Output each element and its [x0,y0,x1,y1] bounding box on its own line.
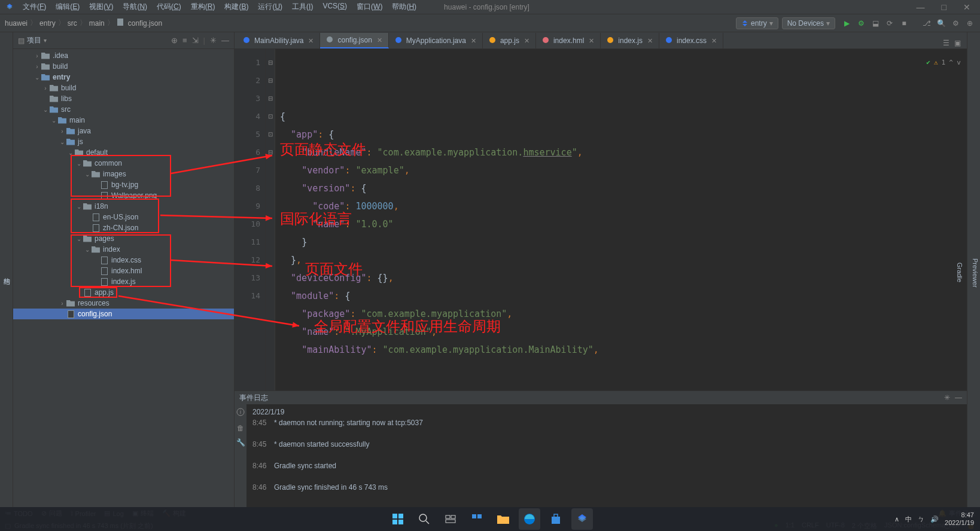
tree-images[interactable]: ⌄images [13,169,234,179]
close-tab-icon[interactable]: ✕ [711,37,717,45]
tray-volume-icon[interactable]: 🔊 [930,515,939,523]
widgets-button[interactable] [466,508,488,530]
gutter-structure[interactable]: 结构 [1,269,13,276]
close-tab-icon[interactable]: ✕ [524,37,529,45]
tree-i18n[interactable]: ⌄i18n [13,201,234,212]
device-dropdown[interactable]: No Devices ▾ [782,17,835,29]
tab-index.js[interactable]: index.js✕ [601,33,659,48]
menu-编辑[interactable]: 编辑(E) [52,1,83,13]
tab-index.css[interactable]: index.css✕ [659,33,723,48]
tree-index.js[interactable]: index.js [13,276,234,287]
hide-icon[interactable]: — [221,36,229,45]
git-button[interactable]: ⎇ [921,18,932,29]
windows-taskbar[interactable]: ∧ 中 ㄅ 🔊 8:47 2022/1/19 [0,507,980,531]
updates-icon[interactable]: ⊕ [964,18,975,29]
editor-view-list-icon[interactable]: ☰ [942,38,951,48]
tab-index.hml[interactable]: index.hml✕ [536,33,601,48]
tray-ime-icon[interactable]: 中 [905,515,912,524]
close-tab-icon[interactable]: ✕ [647,37,653,45]
tree-src[interactable]: ⌄src [13,104,234,115]
menu-视图[interactable]: 视图(V) [86,1,117,13]
tree-en-US.json[interactable]: en-US.json [13,212,234,222]
store-button[interactable] [545,508,567,530]
minimize-button[interactable]: — [912,1,930,13]
search-icon[interactable]: 🔍 [936,18,946,29]
tree-Wallpaper.png[interactable]: Wallpaper.png [13,190,234,201]
stop-button[interactable]: ■ [899,18,909,29]
tree-main[interactable]: ⌄main [13,115,234,126]
menu-导航[interactable]: 导航(N) [119,1,151,13]
task-view-button[interactable] [440,508,461,530]
tree-default[interactable]: ⌄default [13,147,234,158]
maximize-button[interactable]: □ [937,1,951,13]
run-config-dropdown[interactable]: entry ▾ [736,17,778,29]
run-button[interactable]: ▶ [841,18,852,29]
tree-config.json[interactable]: config.json [13,309,234,319]
tray-chevron-icon[interactable]: ∧ [894,515,899,523]
crumb-main[interactable]: main [89,19,105,28]
tree-.idea[interactable]: ›.idea [13,50,234,61]
tab-MainAbility.java[interactable]: MainAbility.java✕ [237,33,320,48]
log-info-icon[interactable]: i [236,408,245,418]
tree-pages[interactable]: ⌄pages [13,233,234,244]
close-tab-icon[interactable]: ✕ [308,37,314,45]
editor-view-preview-icon[interactable]: ▣ [953,38,962,48]
tab-app.js[interactable]: app.js✕ [483,33,536,48]
tree-zh-CN.json[interactable]: zh-CN.json [13,222,234,233]
close-tab-icon[interactable]: ✕ [377,36,382,44]
menu-运行[interactable]: 运行(U) [254,1,286,13]
taskbar-clock[interactable]: 8:47 2022/1/19 [945,511,974,527]
profile-button[interactable]: ⟳ [884,18,895,29]
menu-窗口[interactable]: 窗口(W) [353,1,386,13]
menu-代码[interactable]: 代码(C) [153,1,185,13]
tab-MyApplication.java[interactable]: MyApplication.java✕ [389,33,483,48]
gutter-previewer[interactable]: Previewer [970,255,980,291]
tree-resources[interactable]: ›resources [13,298,234,309]
project-tree[interactable]: ›.idea›build⌄entry›buildlibs⌄src⌄main›ja… [13,49,234,507]
close-button[interactable]: ✕ [958,1,975,13]
log-wrench-icon[interactable]: 🔧 [236,438,245,447]
devstudio-button[interactable] [571,508,593,530]
fold-gutter[interactable]: ⊟⊟⊟⊡⊡⊟ [266,49,275,390]
tree-bg-tv.jpg[interactable]: bg-tv.jpg [13,179,234,190]
explorer-button[interactable] [492,508,514,530]
tab-config.json[interactable]: config.json✕ [320,33,388,48]
settings-icon[interactable]: ⚙ [950,18,961,29]
search-button[interactable] [413,508,435,530]
log-hide-icon[interactable]: — [955,393,962,402]
tree-index[interactable]: ⌄index [13,244,234,255]
expand-icon[interactable]: ≡ [182,36,187,45]
crumb-config.json[interactable]: config.json [128,19,162,28]
menu-构建[interactable]: 构建(B) [221,1,252,13]
start-button[interactable] [387,508,409,530]
log-settings-icon[interactable]: ✳ [944,393,950,402]
debug-button[interactable]: ⚙ [856,18,866,29]
tree-index.css[interactable]: index.css [13,255,234,266]
close-tab-icon[interactable]: ✕ [589,37,594,45]
menu-重构[interactable]: 重构(R) [187,1,219,13]
crumb-entry[interactable]: entry [39,19,56,28]
tree-app.js[interactable]: app.js [13,287,234,298]
tree-java[interactable]: ›java [13,126,234,136]
crumb-src[interactable]: src [68,19,77,28]
crumb-huawei[interactable]: huawei [5,19,28,28]
locate-icon[interactable]: ⊕ [171,36,178,45]
tree-common[interactable]: ⌄common [13,158,234,169]
tree-entry[interactable]: ⌄entry [13,72,234,83]
tree-build[interactable]: ›build [13,83,234,93]
tray-input-icon[interactable]: ㄅ [918,515,924,524]
menu-文件[interactable]: 文件(F) [19,1,50,13]
coverage-button[interactable]: ⬓ [870,18,881,29]
tree-js[interactable]: ⌄js [13,136,234,147]
menu-工具[interactable]: 工具(I) [288,1,316,13]
editor-inspection-widget[interactable]: ✔ ⚠ 1 ^ v [926,54,961,72]
tree-index.hml[interactable]: index.hml [13,266,234,276]
tree-libs[interactable]: libs [13,93,234,104]
collapse-icon[interactable]: ⇲ [192,36,199,45]
log-content[interactable]: 2022/1/19 8:45* daemon not running; star… [246,404,967,507]
close-tab-icon[interactable]: ✕ [471,37,476,45]
system-tray[interactable]: ∧ 中 ㄅ 🔊 8:47 2022/1/19 [894,511,974,527]
tree-build[interactable]: ›build [13,61,234,72]
menu-帮助[interactable]: 帮助(H) [388,1,420,13]
code-editor[interactable]: ✔ ⚠ 1 ^ v { "app": { "bundleName": "com.… [275,49,967,390]
